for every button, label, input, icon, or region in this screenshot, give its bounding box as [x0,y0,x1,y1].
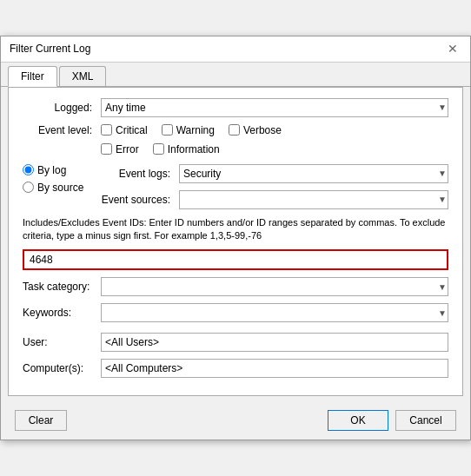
cb-information[interactable] [153,143,164,155]
log-source-section: By log By source Event logs: Security ▼ [23,164,448,209]
footer: Clear OK Cancel [1,403,470,440]
event-sources-row: Event sources: ▼ [101,190,448,209]
event-id-row [23,249,448,270]
rb-bysource[interactable] [23,182,34,193]
event-logs-row: Event logs: Security ▼ [101,164,448,183]
clear-button[interactable]: Clear [15,410,67,431]
dialog-title: Filter Current Log [10,43,90,55]
task-category-row: Task category: ▼ [23,277,448,296]
close-button[interactable]: ✕ [444,43,461,55]
user-input[interactable] [101,333,448,352]
cancel-button[interactable]: Cancel [395,410,456,431]
cb-information-label: Information [168,143,220,155]
cb-verbose[interactable] [229,124,240,136]
cb-critical-label: Critical [116,124,148,136]
keywords-select-wrapper: ▼ [101,303,448,322]
user-label: User: [23,336,101,348]
keywords-label: Keywords: [23,307,101,319]
checkbox-verbose[interactable]: Verbose [229,124,282,136]
rb-bylog[interactable] [23,164,34,175]
cb-verbose-label: Verbose [243,124,282,136]
event-logs-label: Event logs: [101,168,179,180]
logged-label: Logged: [23,102,101,114]
task-category-select[interactable] [101,277,448,296]
task-category-select-wrapper: ▼ [101,277,448,296]
cb-warning[interactable] [162,124,173,136]
event-level-row: Event level: Critical Warning Verbose [23,124,448,136]
radio-bylog[interactable]: By log [23,164,92,176]
cb-warning-label: Warning [176,124,215,136]
event-logs-select[interactable]: Security [179,164,448,183]
keywords-select[interactable] [101,303,448,322]
tab-xml[interactable]: XML [59,66,107,86]
filter-dialog: Filter Current Log ✕ Filter XML Logged: … [0,36,471,441]
form-content: Logged: Any time Last hour Last 12 hours… [8,87,463,397]
checkbox-critical[interactable]: Critical [101,124,148,136]
keywords-row: Keywords: ▼ [23,303,448,322]
cb-error-label: Error [116,143,139,155]
checkbox-warning[interactable]: Warning [162,124,215,136]
title-bar: Filter Current Log ✕ [1,36,470,63]
description-text: Includes/Excludes Event IDs: Enter ID nu… [23,216,448,243]
computers-input[interactable] [101,359,448,378]
bylog-label: By log [37,164,66,176]
event-level-label: Event level: [23,124,101,136]
radio-fields: Event logs: Security ▼ Event sources: [101,164,448,209]
event-sources-select[interactable] [179,190,448,209]
logged-select-wrapper: Any time Last hour Last 12 hours Last 24… [101,98,448,117]
radio-bysource[interactable]: By source [23,182,92,194]
event-sources-label: Event sources: [101,194,179,206]
cb-critical[interactable] [101,124,112,136]
bysource-label: By source [37,182,83,194]
user-row: User: [23,333,448,352]
radio-options: By log By source [23,164,101,194]
computers-label: Computer(s): [23,362,101,374]
cb-error[interactable] [101,143,112,155]
logged-row: Logged: Any time Last hour Last 12 hours… [23,98,448,117]
checkbox-information[interactable]: Information [153,143,220,155]
event-level-row2: Error Information [101,143,448,155]
tab-filter[interactable]: Filter [8,66,57,87]
event-sources-select-wrapper: ▼ [179,190,448,209]
task-category-label: Task category: [23,281,101,293]
event-logs-select-wrapper: Security ▼ [179,164,448,183]
ok-button[interactable]: OK [328,410,388,431]
computers-row: Computer(s): [23,359,448,378]
logged-select[interactable]: Any time Last hour Last 12 hours Last 24… [101,98,448,117]
event-id-input[interactable] [23,249,448,270]
tab-bar: Filter XML [1,63,470,87]
checkbox-error[interactable]: Error [101,143,139,155]
